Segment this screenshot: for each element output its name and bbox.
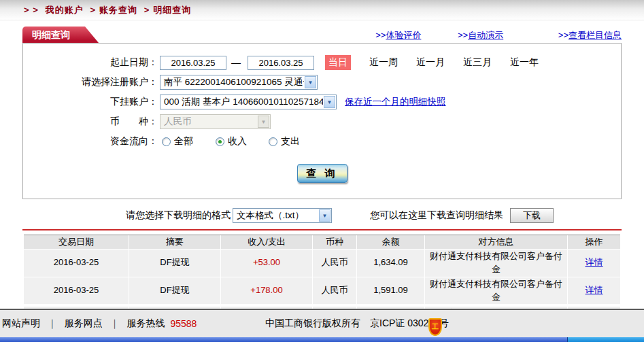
save-snapshot-link[interactable]: 保存近一个月的明细快照 [345,96,446,108]
radio-all[interactable] [162,137,171,146]
bottom-bar-right-segment [568,337,644,342]
col-header-date: 交易日期 [24,235,129,249]
radio-income-label[interactable]: 收入 [228,135,247,148]
radio-expense-label[interactable]: 支出 [281,135,300,148]
cell-counterparty: 财付通支付科技有限公司客户备付金 [425,277,568,305]
col-header-counterparty: 对方信息 [425,235,568,249]
quick-range-quarter[interactable]: 近三月 [463,56,492,69]
breadcrumb-separator: > [144,5,150,15]
radio-expense[interactable] [269,137,277,146]
flow-row: 资金流向： 全部 收入 支出 [23,134,621,149]
footer: 网站声明 ｜ 服务网点 ｜ 服务热线 95588 中国工商银行版权所有 京ICP… [0,309,644,337]
footer-hotline-label: 服务热线 [126,318,165,330]
bottom-bar-left-segment [0,337,568,342]
currency-row: 币 种： 人民币 ▼ [23,114,621,129]
table-row: 2016-03-25 DF提现 +178.00 人民币 1,591.09 财付通… [24,277,620,305]
sub-account-label: 下挂账户： [23,96,158,108]
top-bar: > >我的账户 >账务查询 >明细查询 [0,0,644,20]
detail-link[interactable]: 详情 [586,256,603,269]
register-account-row: 请选择注册账户： 南平 6222001406100921065 灵通卡 ▼ [23,75,621,90]
dropdown-arrow-icon[interactable]: ▼ [305,76,316,88]
query-button-row: 查 询 [23,164,621,183]
currency-label: 币 种： [23,116,158,128]
query-form: 起止日期： — 当日 近一周 近一月 近三月 近一年 请选择注册账户： 南平 6… [22,43,622,199]
sub-account-select[interactable]: 000 活期 基本户 1406600101102571848 ▼ [160,95,337,109]
download-row: 请您选择下载明细的格式 文本格式（.txt） ▼ 您可以在这里下载查询明细结果 … [22,208,622,223]
dropdown-arrow-icon: ▼ [258,116,269,128]
breadcrumb-item-account-query[interactable]: 账务查询 [99,5,137,15]
flow-label: 资金流向： [23,135,158,148]
query-button[interactable]: 查 询 [297,164,348,183]
flow-radio-group: 全部 收入 支出 [162,135,300,148]
quick-range-year[interactable]: 近一年 [510,56,539,69]
col-header-balance: 余额 [357,235,425,249]
cell-summary: DF提现 [129,250,221,277]
cell-balance: 1,591.09 [357,277,425,305]
footer-link-branches[interactable]: 服务网点 [65,318,103,330]
register-account-label: 请选择注册账户： [23,76,158,88]
breadcrumb-item-detail-query[interactable]: 明细查询 [153,5,191,15]
dropdown-arrow-icon[interactable]: ▼ [324,96,335,108]
download-button[interactable]: 下载 [510,208,554,223]
main-content: 明细查询 >>体验评价 >>自动演示 >>查看栏目信息 起止日期： — 当日 近… [22,27,622,334]
col-header-action: 操作 [568,235,620,249]
footer-hotline-number: 95588 [170,318,197,329]
cell-amount: +53.00 [221,250,313,277]
table-header-row: 交易日期 摘要 收入/支出 币种 余额 对方信息 操作 [24,235,620,249]
quick-range-month[interactable]: 近一月 [416,56,445,69]
quick-range-week[interactable]: 近一周 [369,56,398,69]
footer-link-statement[interactable]: 网站声明 [2,318,40,330]
register-account-select[interactable]: 南平 6222001406100921065 灵通卡 ▼ [160,75,318,90]
tab-detail-query[interactable]: 明细查询 [22,27,85,43]
red-divider [22,229,622,230]
dropdown-arrow-icon[interactable]: ▼ [319,209,331,222]
breadcrumb-prefix: > > [24,5,39,15]
download-format-label: 请您选择下载明细的格式 [126,209,231,222]
radio-income[interactable] [216,137,224,146]
radio-all-label[interactable]: 全部 [174,135,193,148]
today-button[interactable]: 当日 [325,55,351,70]
cell-summary: DF提现 [129,277,221,305]
date-range-row: 起止日期： — 当日 近一周 近一月 近三月 近一年 [23,55,621,70]
cell-date: 2016-03-25 [24,277,129,305]
sub-account-row: 下挂账户： 000 活期 基本户 1406600101102571848 ▼ 保… [23,95,621,109]
date-range-dash: — [231,57,241,68]
col-header-summary: 摘要 [129,235,221,249]
detail-link[interactable]: 详情 [586,284,603,297]
footer-copyright: 中国工商银行版权所有 京ICP证 030247号 [265,318,449,330]
download-hint: 您可以在这里下载查询明细结果 [370,209,503,222]
icp-badge-icon[interactable]: 工 [428,318,442,336]
col-header-amount: 收入/支出 [221,235,313,249]
footer-links: 网站声明 ｜ 服务网点 ｜ 服务热线 95588 [0,318,197,330]
breadcrumb-item-my-account[interactable]: 我的账户 [46,5,84,15]
table-row: 2016-03-25 DF提现 +53.00 人民币 1,634.09 财付通支… [24,250,620,277]
col-header-currency: 币种 [313,235,357,249]
breadcrumb-separator: > [90,5,96,15]
date-to-input[interactable] [248,56,314,70]
download-format-select[interactable]: 文本格式（.txt） ▼ [233,208,332,223]
cell-currency: 人民币 [313,250,357,277]
link-view-column-info[interactable]: >>查看栏目信息 [558,30,622,40]
footer-separator: ｜ [48,318,57,330]
link-auto-demo[interactable]: >>自动演示 [458,30,503,40]
tab-row: 明细查询 >>体验评价 >>自动演示 >>查看栏目信息 [22,27,622,43]
bottom-blue-bar [0,337,644,342]
cell-counterparty: 财付通支付科技有限公司客户备付金 [425,250,568,277]
date-from-input[interactable] [160,56,226,70]
breadcrumb: > >我的账户 >账务查询 >明细查询 [24,4,191,16]
link-experience-review[interactable]: >>体验评价 [375,30,421,40]
currency-select: 人民币 ▼ [160,114,271,129]
cell-balance: 1,634.09 [357,250,425,277]
header-links: >>体验评价 >>自动演示 >>查看栏目信息 [375,29,622,41]
footer-separator: ｜ [110,318,120,330]
cell-currency: 人民币 [313,277,357,305]
cell-amount: +178.00 [221,277,313,305]
date-range-label: 起止日期： [23,56,158,69]
cell-date: 2016-03-25 [24,250,129,277]
